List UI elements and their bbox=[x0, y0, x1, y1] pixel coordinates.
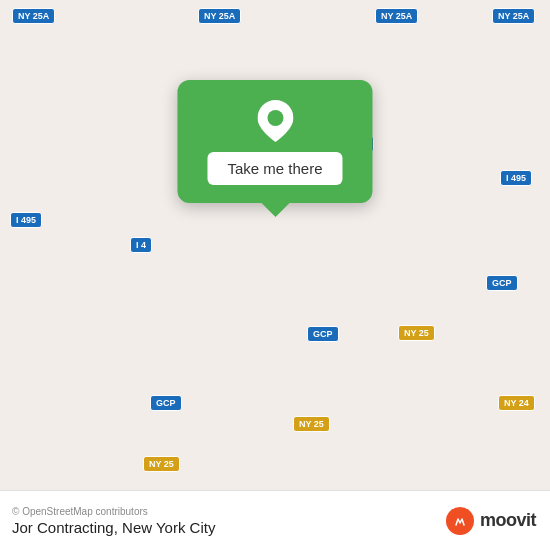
sign-ny25-3: NY 25 bbox=[143, 456, 180, 472]
sign-gcp-1: GCP bbox=[486, 275, 518, 291]
svg-point-34 bbox=[267, 110, 283, 126]
sign-ny24: NY 24 bbox=[498, 395, 535, 411]
sign-ny25a-3: NY 25A bbox=[375, 8, 418, 24]
moovit-text: moovit bbox=[480, 510, 536, 531]
bottom-left: © OpenStreetMap contributors Jor Contrac… bbox=[12, 506, 215, 536]
copyright-text: © OpenStreetMap contributors bbox=[12, 506, 215, 517]
moovit-icon bbox=[446, 507, 474, 535]
location-popup: Take me there bbox=[177, 80, 372, 203]
sign-gcp-3: GCP bbox=[150, 395, 182, 411]
location-title: Jor Contracting, New York City bbox=[12, 519, 215, 536]
sign-ny25a-4: NY 25A bbox=[492, 8, 535, 24]
map-container: NY 25A NY 25A NY 25A NY 25A I 495 I 4 I … bbox=[0, 0, 550, 490]
take-me-there-button[interactable]: Take me there bbox=[207, 152, 342, 185]
map-background bbox=[0, 0, 550, 490]
sign-i4: I 4 bbox=[130, 237, 152, 253]
sign-ny25a-1: NY 25A bbox=[12, 8, 55, 24]
sign-ny25-1: NY 25 bbox=[398, 325, 435, 341]
bottom-bar: © OpenStreetMap contributors Jor Contrac… bbox=[0, 490, 550, 550]
sign-i495-1: I 495 bbox=[10, 212, 42, 228]
sign-ny25-2: NY 25 bbox=[293, 416, 330, 432]
sign-ny25a-2: NY 25A bbox=[198, 8, 241, 24]
location-pin-icon bbox=[254, 100, 296, 142]
svg-point-35 bbox=[451, 512, 469, 530]
moovit-logo: moovit bbox=[446, 507, 536, 535]
sign-gcp-2: GCP bbox=[307, 326, 339, 342]
sign-i495-3: I 495 bbox=[500, 170, 532, 186]
